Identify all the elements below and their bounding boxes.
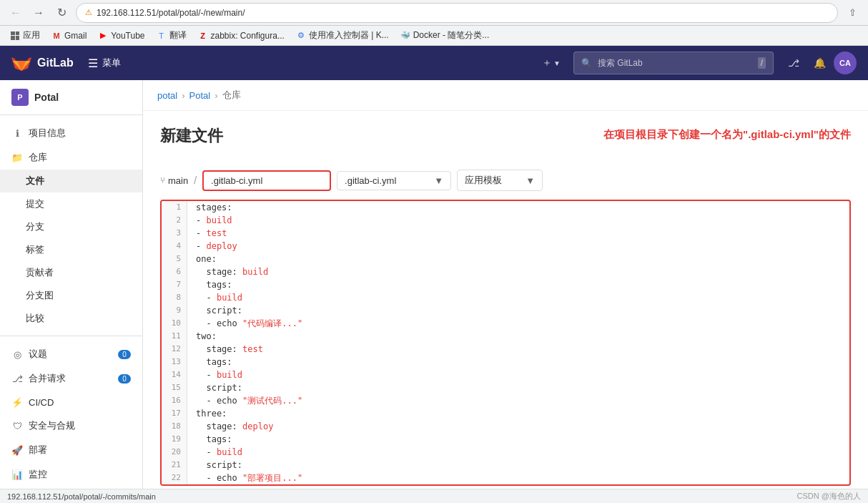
code-line: 12 stage: test (162, 343, 849, 356)
search-placeholder: 搜索 GitLab (598, 57, 643, 69)
annotation-text: 在项目根目录下创建一个名为".gitlab-ci.yml"的文件 (603, 128, 851, 142)
address-bar[interactable]: ⚠ 192.168.112.51/potal/potal/-/new/main/ (76, 3, 838, 23)
bottom-url: 192.168.112.51/potal/potal/-/commits/mai… (7, 492, 156, 501)
sidebar-item-project-info[interactable]: ℹ 项目信息 (0, 121, 142, 145)
gmail-icon: M (51, 31, 61, 41)
forward-button[interactable]: → (30, 4, 47, 21)
bookmark-docker[interactable]: 🐳 Docker - 随笔分类... (396, 28, 494, 43)
sidebar-label-contributors: 贡献者 (26, 267, 54, 278)
sidebar-label-tags: 标签 (26, 244, 44, 255)
sidebar-item-commits[interactable]: 提交 (0, 192, 142, 215)
bookmark-k8s[interactable]: ⚙ 使用准入控制器 | K... (292, 28, 393, 43)
merge-requests-icon[interactable]: ⎇ (782, 52, 805, 74)
chevron-down-icon: ▼ (553, 59, 561, 67)
bookmark-gmail[interactable]: M Gmail (47, 29, 91, 42)
code-line: 8 - build (162, 291, 849, 304)
sidebar-item-tags[interactable]: 标签 (0, 238, 142, 261)
sidebar: P Potal ℹ 项目信息 📁 仓库 文件 (0, 80, 143, 503)
cicd-icon: ⚡ (11, 396, 23, 408)
bookmark-apps-label: 应用 (23, 29, 40, 41)
docker-icon: 🐳 (400, 31, 410, 41)
sidebar-item-branches[interactable]: 分支 (0, 215, 142, 238)
bookmark-k8s-label: 使用准入控制器 | K... (309, 29, 389, 41)
code-line: 6 stage: build (162, 265, 849, 278)
filename-input[interactable] (202, 170, 331, 191)
bookmark-gmail-label: Gmail (64, 31, 87, 41)
gitlab-logo[interactable]: GitLab (11, 53, 74, 73)
breadcrumb: potal › Potal › 仓库 (143, 80, 868, 111)
security-icon: ⚠ (85, 8, 92, 17)
zabbix-icon: Z (198, 31, 208, 41)
menu-label: 菜单 (102, 57, 121, 69)
bookmark-apps[interactable]: 应用 (6, 28, 44, 43)
sidebar-item-compare[interactable]: 比较 (0, 307, 142, 330)
bookmark-translate[interactable]: T 翻译 (152, 28, 191, 43)
sidebar-item-monitor[interactable]: 📊 监控 (0, 462, 142, 487)
project-name: Potal (34, 92, 59, 103)
user-avatar[interactable]: CA (834, 52, 857, 74)
bookmark-youtube[interactable]: ▶ YouTube (94, 29, 149, 42)
code-line: 7 tags: (162, 278, 849, 291)
code-editor[interactable]: 1stages:2- build3- test4- deploy5one:6 s… (160, 200, 851, 486)
sidebar-item-contributors[interactable]: 贡献者 (0, 261, 142, 284)
project-initial: P (17, 93, 22, 102)
sidebar-item-security[interactable]: 🛡 安全与合规 (0, 414, 142, 438)
template-dropdown[interactable]: .gitlab-ci.yml ▼ (337, 171, 451, 190)
code-line: 14 - build (162, 368, 849, 381)
create-new-button[interactable]: ＋ ▼ (538, 54, 565, 72)
bookmark-zabbix-label: zabbix: Configura... (211, 31, 285, 41)
sidebar-item-files[interactable]: 文件 (0, 170, 142, 192)
sidebar-item-graph[interactable]: 分支图 (0, 284, 142, 307)
file-path-row: ⑂ main / .gitlab-ci.yml ▼ 应用模板 ▼ (160, 170, 851, 191)
sidebar-label-issues: 议题 (29, 348, 47, 361)
reload-button[interactable]: ↻ (53, 4, 70, 21)
path-separator: / (194, 175, 197, 186)
back-button[interactable]: ← (7, 4, 24, 21)
sidebar-label-compare: 比较 (26, 313, 44, 323)
sidebar-item-issues[interactable]: ◎ 议题 0 (0, 342, 142, 366)
code-line: 3- test (162, 227, 849, 240)
menu-button[interactable]: ☰ 菜单 (82, 52, 127, 74)
notifications-icon[interactable]: 🔔 (808, 52, 831, 74)
share-button[interactable]: ⇧ (844, 4, 861, 21)
bookmark-youtube-label: YouTube (111, 31, 144, 41)
code-line: 2- build (162, 214, 849, 227)
code-line: 21 script: (162, 459, 849, 472)
apply-template-button[interactable]: 应用模板 ▼ (457, 170, 543, 191)
breadcrumb-current: 仓库 (222, 89, 241, 102)
template-dropdown-arrow: ▼ (434, 175, 443, 186)
sidebar-label-branches: 分支 (26, 221, 44, 232)
sidebar-navigation: ℹ 项目信息 📁 仓库 文件 提交 分支 (0, 115, 142, 503)
global-search[interactable]: 🔍 搜索 GitLab / (573, 52, 774, 74)
code-line: 11two: (162, 330, 849, 343)
info-icon: ℹ (11, 127, 23, 139)
apply-template-label: 应用模板 (465, 174, 502, 187)
sidebar-label-cicd: CI/CD (29, 397, 54, 408)
merge-badge: 0 (118, 374, 131, 384)
main-layout: P Potal ℹ 项目信息 📁 仓库 文件 (0, 80, 868, 503)
page-title: 新建文件 (160, 125, 223, 147)
youtube-icon: ▶ (98, 31, 108, 41)
translate-icon: T (157, 31, 167, 41)
sidebar-project[interactable]: P Potal (0, 80, 142, 115)
sidebar-label-repository: 仓库 (29, 151, 47, 164)
code-line: 20 - build (162, 446, 849, 459)
bottom-bar: 192.168.112.51/potal/potal/-/commits/mai… (0, 489, 868, 503)
breadcrumb-potal2[interactable]: Potal (189, 90, 211, 101)
code-line: 15 script: (162, 381, 849, 394)
merge-icon: ⎇ (11, 373, 23, 384)
code-line: 9 script: (162, 304, 849, 317)
sidebar-item-cicd[interactable]: ⚡ CI/CD (0, 391, 142, 414)
breadcrumb-potal1[interactable]: potal (157, 90, 177, 101)
sidebar-label-security: 安全与合规 (29, 419, 75, 432)
deploy-icon: 🚀 (11, 444, 23, 456)
gitlab-logo-text: GitLab (37, 57, 74, 69)
sidebar-item-deploy[interactable]: 🚀 部署 (0, 438, 142, 462)
bookmark-docker-label: Docker - 随笔分类... (413, 29, 490, 41)
gitlab-fox-icon (11, 53, 31, 73)
sidebar-item-repository[interactable]: 📁 仓库 (0, 145, 142, 170)
bookmark-zabbix[interactable]: Z zabbix: Configura... (194, 29, 289, 42)
browser-toolbar: ← → ↻ ⚠ 192.168.112.51/potal/potal/-/new… (0, 0, 868, 26)
branch-name: ⑂ main (160, 175, 188, 186)
sidebar-item-merge-requests[interactable]: ⎇ 合并请求 0 (0, 366, 142, 391)
